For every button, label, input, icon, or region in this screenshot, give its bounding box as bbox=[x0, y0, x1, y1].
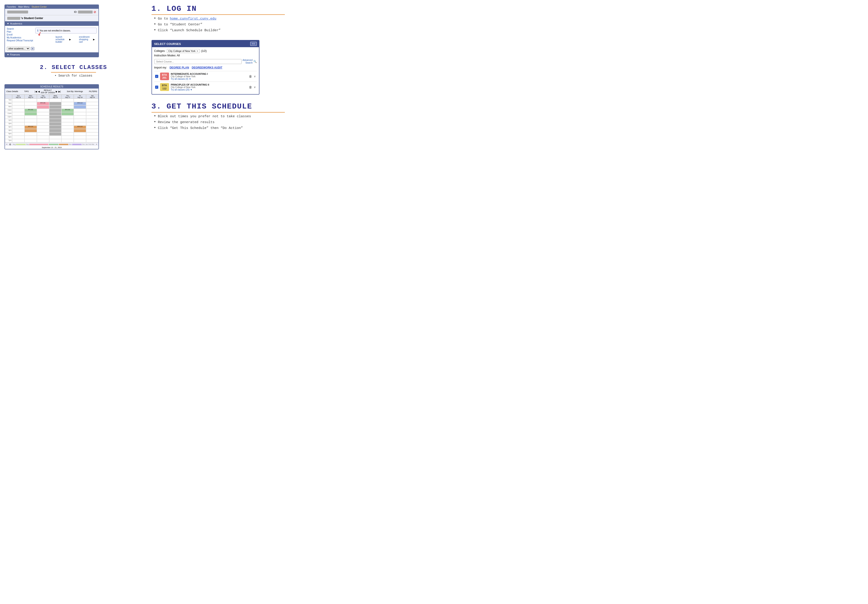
import-label: Import my: bbox=[154, 66, 167, 69]
mini-seg-aug bbox=[16, 144, 26, 145]
t5 bbox=[61, 136, 74, 139]
filters-label[interactable]: FILTERS bbox=[89, 90, 97, 93]
nav-left-btn[interactable]: < bbox=[6, 143, 8, 145]
slot-fri-7 bbox=[74, 99, 86, 102]
slot-fri-9 bbox=[74, 105, 86, 109]
step3-divider bbox=[152, 112, 285, 113]
slot-sat-7 bbox=[86, 99, 98, 102]
slot-sun-12 bbox=[12, 116, 25, 119]
step1-section: 1. LOG IN Go to home.cunyfirst.cuny.edu … bbox=[152, 5, 285, 34]
link-plan[interactable]: Plan bbox=[7, 31, 33, 33]
nav-right-btn[interactable]: > bbox=[96, 143, 97, 145]
course-2-classes[interactable]: Try all classes (20) ▼ bbox=[171, 88, 247, 91]
course-2-college: City College of New York bbox=[171, 86, 247, 88]
back-button[interactable]: << bbox=[250, 42, 257, 46]
nav-student-center[interactable]: Student Center bbox=[32, 6, 47, 8]
slot-mon-4 bbox=[25, 129, 37, 132]
launch-schedule-btn[interactable]: launch schedule builder bbox=[56, 36, 66, 43]
first-btn[interactable]: |◀ bbox=[35, 90, 37, 93]
next-btn[interactable]: ▶ bbox=[56, 90, 57, 93]
time-7pm: 7pm bbox=[5, 139, 12, 142]
last-btn[interactable]: ▶| bbox=[59, 90, 61, 93]
degree-plan-btn[interactable]: DEGREE PLAN bbox=[169, 66, 189, 69]
sc-info-box: ℹ You are not enrolled in classes. bbox=[35, 28, 97, 34]
degreeworks-btn[interactable]: DEGREEWORKS AUDIT bbox=[192, 66, 222, 69]
slot-thu-7 bbox=[61, 99, 74, 102]
slot-sun-7 bbox=[12, 99, 25, 102]
remove-college-btn[interactable]: ✕ bbox=[197, 50, 198, 53]
nav-favorites[interactable]: Favorites bbox=[7, 6, 16, 8]
other-academic-dropdown[interactable]: other academic... bbox=[7, 47, 30, 51]
slot-tue-7 bbox=[37, 99, 49, 102]
class-details-link[interactable]: Class Details bbox=[6, 90, 18, 93]
course-2-delete-btn[interactable]: 🗑 bbox=[249, 85, 252, 89]
slot-sun-8 bbox=[12, 102, 25, 105]
slot-mon-9 bbox=[25, 105, 37, 109]
s5 bbox=[61, 132, 74, 136]
go-button[interactable]: » bbox=[31, 47, 34, 50]
link-search[interactable]: Search bbox=[7, 28, 33, 30]
mini-seg-nov bbox=[72, 144, 82, 145]
advanced-search-btn[interactable]: AdvancedSearch 🔍 bbox=[243, 59, 257, 64]
slot-thu-3 bbox=[61, 125, 74, 129]
time-10am: 10am bbox=[5, 109, 12, 112]
slot-wed-3 bbox=[49, 125, 62, 129]
time-1pm: 1pm bbox=[5, 119, 12, 122]
student-name-title-blurred: ███████ bbox=[7, 17, 20, 20]
slot-sun-9 bbox=[12, 105, 25, 109]
s1 bbox=[12, 132, 25, 136]
slot-wed-2 bbox=[49, 122, 62, 125]
course-search-input[interactable] bbox=[154, 59, 242, 64]
t3 bbox=[37, 136, 49, 139]
course-2-checkbox[interactable]: ✓ bbox=[155, 86, 158, 89]
slot-tue-1 bbox=[37, 119, 49, 122]
step1-bullet-1: Go to home.cunyfirst.cuny.edu bbox=[154, 16, 285, 21]
cancel-icon: ⊘ bbox=[93, 10, 96, 14]
course-1-delete-btn[interactable]: 🗑 bbox=[249, 74, 252, 78]
slot-wed-9 bbox=[49, 105, 62, 109]
link-enroll[interactable]: Enroll bbox=[7, 34, 33, 36]
slot-mon-1 bbox=[25, 119, 37, 122]
t2 bbox=[25, 136, 37, 139]
sc-academics-header: ▼ Academics bbox=[5, 21, 98, 26]
slot-mon-7 bbox=[25, 99, 37, 102]
link-transcript[interactable]: Request Official Transcript bbox=[7, 39, 33, 42]
advanced-search-text: AdvancedSearch bbox=[243, 59, 253, 64]
step1-bullet-3: Click “Launch Schedule Builder” bbox=[154, 28, 285, 32]
slot-tue-4 bbox=[37, 129, 49, 132]
nav-main-menu[interactable]: Main Menu bbox=[18, 6, 29, 8]
course-2-name: PRINCIPLES OF ACCOUNTING II bbox=[171, 83, 247, 86]
step3-bullet-3: Click “Get This Schedule” then “Do Actio… bbox=[154, 125, 285, 130]
time-4pm: 4pm bbox=[5, 129, 12, 132]
course-2-expand-btn[interactable]: ∨ bbox=[254, 86, 256, 89]
mini-seg-sep bbox=[29, 144, 48, 145]
step3-b1: Block out times you prefer not to take c… bbox=[158, 114, 251, 118]
cart-btn[interactable]: enrollment shopping cart bbox=[79, 36, 90, 43]
slot-sat-3 bbox=[86, 125, 98, 129]
student-center-mockup: Favorites Main Menu Student Center █████… bbox=[5, 5, 99, 57]
course-1-classes[interactable]: Try all classes (4) ▼ bbox=[171, 78, 247, 80]
colleges-label: Colleges: bbox=[154, 49, 166, 53]
prev-btn[interactable]: ◀ bbox=[38, 90, 40, 93]
sc-academics-body: Search Plan Enroll My Academics Request … bbox=[5, 26, 98, 46]
time-rows: 7am 8am BTA 201 BTA 112 9am bbox=[5, 99, 98, 142]
slot-wed-1 bbox=[49, 119, 62, 122]
mini-aug: Aug bbox=[13, 144, 16, 145]
s6 bbox=[74, 132, 86, 136]
slot-thu-11 bbox=[61, 112, 74, 116]
slot-mon-10: BTA 201 bbox=[25, 109, 37, 112]
course-1-expand-btn[interactable]: ∨ bbox=[254, 75, 256, 78]
sc-nav-bar: Favorites Main Menu Student Center bbox=[5, 5, 98, 9]
slot-fri-10 bbox=[74, 109, 86, 112]
link-my-academics[interactable]: My Academics bbox=[7, 36, 33, 39]
step2-bullet: • Search for classes bbox=[5, 74, 143, 77]
course-1-checkbox[interactable]: ✓ bbox=[155, 75, 158, 78]
result-label: RESULT 329 OF 143324 bbox=[41, 89, 55, 94]
course-2-info: PRINCIPLES OF ACCOUNTING II City College… bbox=[171, 83, 247, 91]
slot-fri-11 bbox=[74, 112, 86, 116]
cunyfirst-link[interactable]: home.cunyfirst.cuny.edu bbox=[170, 17, 216, 21]
mini-seg-sep2 bbox=[49, 144, 59, 145]
sc-title: ███████ 's Student Center bbox=[5, 15, 98, 21]
step1-b2-text: Go to “Student Center” bbox=[158, 23, 202, 26]
time-11am: 11am bbox=[5, 112, 12, 116]
